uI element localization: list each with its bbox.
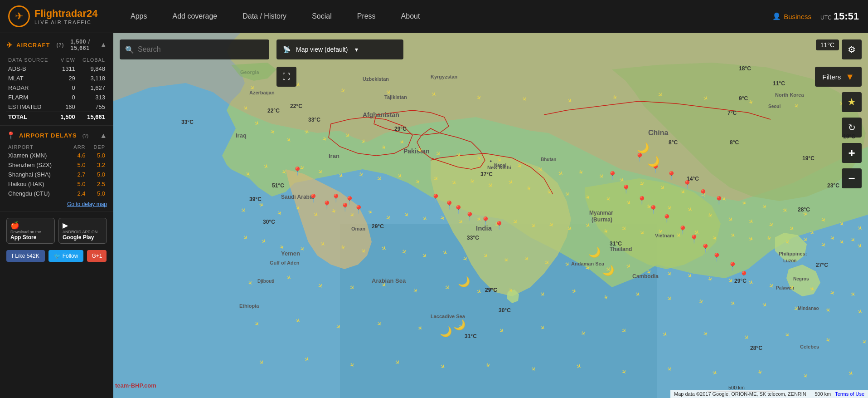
zoom-in-button[interactable]: + — [842, 143, 862, 163]
airport-row: Chengdu (CTU)2.45.0 — [6, 189, 107, 198]
map-area[interactable]: 33°C 22°C 51°C 33°C 30°C 39°C 29°C 29°C … — [113, 33, 868, 398]
app-store-name: App Store — [10, 234, 51, 241]
aircraft-section: ✈ AIRCRAFT (?) 1,500 / 15,661 ▲ DATA SOU… — [0, 33, 113, 126]
aircraft-row: ADS-B13119,848 — [6, 64, 107, 74]
pin-icon: 📍 — [6, 131, 15, 140]
svg-text:23°C: 23°C — [827, 182, 839, 189]
filters-panel[interactable]: Filters ▼ — [815, 67, 862, 87]
svg-text:Celebes: Celebes — [800, 344, 819, 349]
svg-text:33°C: 33°C — [181, 119, 194, 125]
fullscreen-button[interactable]: ⛶ — [276, 67, 296, 87]
svg-text:19°C: 19°C — [802, 155, 815, 162]
svg-text:Thailand: Thailand — [610, 246, 632, 252]
nav-item-apps[interactable]: Apps — [118, 0, 160, 33]
svg-text:📍: 📍 — [465, 211, 475, 221]
map-view-button[interactable]: 📡 Map view (default) ▾ — [276, 39, 403, 59]
svg-text:Iraq: Iraq — [236, 132, 247, 139]
aircraft-row: RADAR01,627 — [6, 83, 107, 93]
nav-links: Apps Add coverage Data / History Social … — [118, 0, 772, 33]
aircraft-collapse-btn[interactable]: ▲ — [100, 41, 107, 49]
zoom-out-icon: − — [848, 172, 855, 186]
aircraft-row: TOTAL1,50015,661 — [6, 112, 107, 122]
nav-item-data-history[interactable]: Data / History — [230, 0, 299, 33]
tw-icon: 🐦 — [54, 253, 61, 259]
user-icon: 👤 — [772, 12, 781, 20]
refresh-button[interactable]: ↻ — [842, 118, 862, 138]
logo-area: ✈ Flightradar24 LIVE AIR TRAFFIC — [0, 5, 118, 27]
business-button[interactable]: 👤 Business — [772, 12, 811, 20]
chevron-down-icon: ▾ — [355, 46, 358, 53]
nav-item-social[interactable]: Social — [299, 0, 344, 33]
delay-map-link[interactable]: Go to delay map — [6, 201, 107, 207]
svg-text:📍: 📍 — [354, 205, 364, 215]
app-store-label: Download on the — [10, 230, 51, 234]
svg-text:📍: 📍 — [662, 214, 672, 224]
refresh-icon: ↻ — [848, 122, 856, 133]
nav-item-about[interactable]: About — [388, 0, 433, 33]
airport-collapse-btn[interactable]: ▲ — [100, 132, 107, 140]
svg-text:Ethiopia: Ethiopia — [239, 303, 259, 309]
svg-text:Philippines:: Philippines: — [779, 251, 807, 256]
utc-label: UTC — [820, 15, 832, 21]
svg-text:Luzon: Luzon — [783, 258, 796, 263]
brand-subtitle: LIVE AIR TRAFFIC — [34, 20, 97, 25]
svg-text:Nepal: Nepal — [494, 163, 506, 168]
svg-text:📍: 📍 — [714, 196, 724, 206]
logo-plane-icon: ✈ — [15, 10, 23, 22]
svg-text:China: China — [648, 129, 669, 137]
svg-text:📍: 📍 — [682, 180, 693, 190]
airport-row: Shanghai (SHA)2.75.0 — [6, 170, 107, 179]
brand-name: Flightradar24 — [34, 8, 97, 20]
aircraft-icon: ✈ — [6, 41, 13, 49]
svg-text:📍: 📍 — [292, 166, 303, 176]
svg-text:22°C: 22°C — [267, 108, 280, 114]
svg-text:📍: 📍 — [308, 193, 319, 203]
airport-row: Shenzhen (SZX)5.03.2 — [6, 160, 107, 170]
svg-text:📍: 📍 — [453, 205, 464, 215]
googleplus-button[interactable]: G+1 — [87, 250, 107, 262]
app-store-button[interactable]: 🍎 Download on the App Store — [6, 218, 55, 244]
nav-item-press[interactable]: Press — [344, 0, 388, 33]
svg-text:📍: 📍 — [689, 234, 699, 244]
google-play-button[interactable]: ▶ ANDROID APP ON Google Play — [58, 218, 107, 244]
aircraft-row: ESTIMATED160755 — [6, 102, 107, 112]
svg-text:30°C: 30°C — [499, 307, 511, 314]
watermark: team-BHP.com — [115, 382, 156, 389]
svg-text:39°C: 39°C — [249, 196, 262, 202]
svg-text:Iran: Iran — [329, 152, 339, 159]
nav-right: 👤 Business UTC 15:51 — [772, 10, 868, 22]
airport-header: 📍 AIRPORT DELAYS (?) ▲ — [6, 131, 107, 140]
airport-help[interactable]: (?) — [82, 133, 88, 138]
col-global: GLOBAL — [77, 56, 107, 64]
aircraft-help[interactable]: (?) — [56, 42, 64, 48]
svg-text:📍: 📍 — [739, 270, 749, 280]
twitter-button[interactable]: 🐦 Follow — [48, 250, 84, 262]
utc-time: 15:51 — [834, 10, 859, 22]
nav-item-add-coverage[interactable]: Add coverage — [160, 0, 230, 33]
svg-text:Uzbekistan: Uzbekistan — [363, 76, 389, 82]
svg-text:📍: 📍 — [431, 193, 441, 203]
settings-button[interactable]: ⚙ — [842, 39, 862, 59]
svg-text:Cambodia: Cambodia — [632, 273, 659, 280]
svg-text:Mindanao: Mindanao — [798, 306, 819, 311]
filters-label: Filters — [822, 73, 841, 81]
svg-text:🌙: 🌙 — [637, 142, 650, 154]
svg-text:📍: 📍 — [712, 252, 722, 262]
facebook-button[interactable]: f Like 542K — [6, 250, 45, 262]
svg-text:🌙: 🌙 — [588, 246, 601, 258]
svg-text:51°C: 51°C — [272, 182, 284, 189]
svg-text:Yemen: Yemen — [281, 250, 300, 257]
svg-text:📍: 📍 — [666, 171, 677, 181]
svg-text:33°C: 33°C — [308, 117, 320, 123]
svg-text:Laccadive Sea: Laccadive Sea — [431, 314, 466, 319]
zoom-out-button[interactable]: − — [842, 168, 862, 188]
airport-delays-section: 📍 AIRPORT DELAYS (?) ▲ AIRPORT ARR DEP X… — [0, 126, 113, 211]
svg-text:18°C: 18°C — [739, 65, 751, 72]
svg-text:27°C: 27°C — [816, 262, 828, 268]
search-input[interactable] — [138, 45, 264, 54]
star-button[interactable]: ★ — [842, 92, 862, 112]
aircraft-title: ✈ AIRCRAFT (?) 1,500 / 15,661 — [6, 39, 100, 51]
svg-text:📍: 📍 — [344, 196, 355, 206]
col-view: VIEW — [56, 56, 77, 64]
svg-text:Gulf of Aden: Gulf of Aden — [270, 260, 300, 265]
